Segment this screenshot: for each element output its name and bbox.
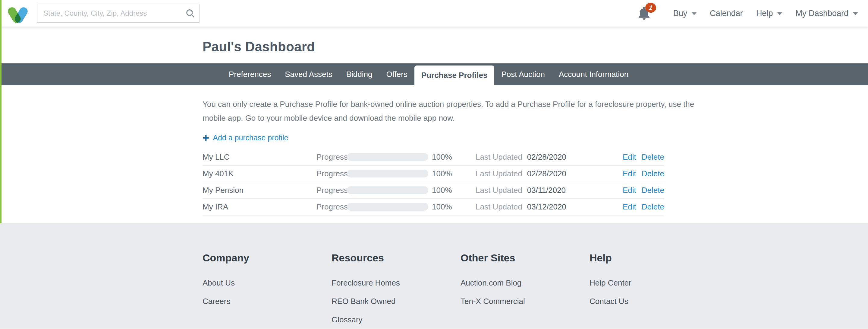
- edit-link[interactable]: Edit: [623, 186, 636, 195]
- purchase-profiles-panel: You can only create a Purchase Profile f…: [0, 85, 868, 223]
- footer-link-about-us[interactable]: About Us: [203, 278, 332, 287]
- profile-name: My 401K: [203, 169, 316, 179]
- nav-help[interactable]: Help: [756, 9, 782, 18]
- page-title: Paul's Dashboard: [203, 39, 868, 54]
- profile-row-my-llc: My LLC Progress 100% Last Updated 02/28/…: [203, 149, 664, 166]
- progress-bar: [347, 153, 428, 161]
- progress-percent: 100%: [432, 202, 464, 212]
- dashboard-tab-bar: Preferences Saved Assets Bidding Offers …: [0, 63, 868, 85]
- purchase-profiles-list: My LLC Progress 100% Last Updated 02/28/…: [203, 149, 664, 216]
- delete-link[interactable]: Delete: [642, 186, 664, 195]
- profile-name: My LLC: [203, 153, 316, 162]
- progress-bar: [347, 203, 428, 211]
- notifications-button[interactable]: 1: [637, 5, 652, 21]
- plus-icon: +: [203, 134, 209, 142]
- footer-link-foreclosure-homes[interactable]: Foreclosure Homes: [332, 278, 461, 287]
- tab-purchase-profiles[interactable]: Purchase Profiles: [414, 65, 495, 85]
- last-updated-label: Last Updated: [475, 169, 522, 179]
- nav-my-dashboard[interactable]: My Dashboard: [795, 9, 858, 18]
- purchase-profile-notice: You can only create a Purchase Profile f…: [0, 85, 868, 125]
- add-purchase-profile-link[interactable]: + Add a purchase profile: [203, 133, 288, 142]
- progress-bar: [347, 170, 428, 177]
- delete-link[interactable]: Delete: [642, 202, 664, 212]
- auction-logo-icon[interactable]: [7, 2, 29, 25]
- tab-post-auction[interactable]: Post Auction: [494, 63, 552, 85]
- title-area: Paul's Dashboard: [0, 27, 868, 63]
- footer-column-other-sites: Other Sites Auction.com Blog Ten-X Comme…: [461, 252, 590, 329]
- footer-link-glossary[interactable]: Glossary: [332, 315, 461, 325]
- profile-row-my-ira: My IRA Progress 100% Last Updated 03/12/…: [203, 199, 664, 216]
- edit-link[interactable]: Edit: [623, 169, 636, 179]
- progress-label: Progress: [316, 153, 343, 162]
- nav-calendar[interactable]: Calendar: [710, 9, 743, 18]
- tab-account-information[interactable]: Account Information: [552, 63, 635, 85]
- search-input[interactable]: [37, 4, 199, 23]
- tab-saved-assets[interactable]: Saved Assets: [278, 63, 339, 85]
- last-updated-label: Last Updated: [475, 202, 522, 212]
- edit-link[interactable]: Edit: [623, 153, 636, 162]
- progress-label: Progress: [316, 202, 343, 212]
- search-icon[interactable]: [185, 8, 195, 19]
- last-updated-date: 03/11/2020: [527, 186, 566, 195]
- footer-link-reo-bank-owned[interactable]: REO Bank Owned: [332, 297, 461, 306]
- location-search: [37, 4, 199, 23]
- profile-row-my-401k: My 401K Progress 100% Last Updated 02/28…: [203, 166, 664, 182]
- nav-buy[interactable]: Buy: [673, 9, 697, 18]
- footer-heading: Other Sites: [461, 252, 590, 264]
- footer-column-help: Help Help Center Contact Us: [590, 252, 718, 329]
- site-footer: Company About Us Careers Resources Forec…: [0, 223, 868, 329]
- footer-link-help-center[interactable]: Help Center: [590, 278, 718, 287]
- delete-link[interactable]: Delete: [642, 153, 664, 162]
- chevron-down-icon: [777, 12, 782, 15]
- last-updated-label: Last Updated: [475, 153, 522, 162]
- left-accent-bar: [0, 0, 1, 223]
- tab-preferences[interactable]: Preferences: [222, 63, 278, 85]
- footer-column-company: Company About Us Careers: [203, 252, 332, 329]
- edit-link[interactable]: Edit: [623, 202, 636, 212]
- footer-link-careers[interactable]: Careers: [203, 297, 332, 306]
- footer-heading: Help: [590, 252, 718, 264]
- footer-link-tenx-commercial[interactable]: Ten-X Commercial: [461, 297, 590, 306]
- profile-name: My IRA: [203, 202, 316, 212]
- progress-percent: 100%: [432, 153, 464, 162]
- progress-percent: 100%: [432, 169, 464, 179]
- last-updated-date: 02/28/2020: [527, 153, 566, 162]
- footer-link-auction-blog[interactable]: Auction.com Blog: [461, 278, 590, 287]
- chevron-down-icon: [692, 12, 696, 15]
- top-bar: 1 Buy Calendar Help My Dashboard: [0, 0, 868, 27]
- delete-link[interactable]: Delete: [642, 169, 664, 179]
- profile-name: My Pension: [203, 186, 316, 195]
- progress-label: Progress: [316, 186, 343, 195]
- progress-bar: [347, 186, 428, 194]
- footer-column-resources: Resources Foreclosure Homes REO Bank Own…: [332, 252, 461, 329]
- progress-label: Progress: [316, 169, 343, 179]
- footer-heading: Resources: [332, 252, 461, 264]
- last-updated-date: 03/12/2020: [527, 202, 566, 212]
- last-updated-date: 02/28/2020: [527, 169, 566, 179]
- progress-percent: 100%: [432, 186, 464, 195]
- footer-heading: Company: [203, 252, 332, 264]
- footer-link-contact-us[interactable]: Contact Us: [590, 297, 718, 306]
- tab-offers[interactable]: Offers: [379, 63, 414, 85]
- profile-row-my-pension: My Pension Progress 100% Last Updated 03…: [203, 182, 664, 199]
- tab-bidding[interactable]: Bidding: [339, 63, 379, 85]
- last-updated-label: Last Updated: [475, 186, 522, 195]
- chevron-down-icon: [853, 12, 858, 15]
- top-nav: 1 Buy Calendar Help My Dashboard: [637, 5, 858, 21]
